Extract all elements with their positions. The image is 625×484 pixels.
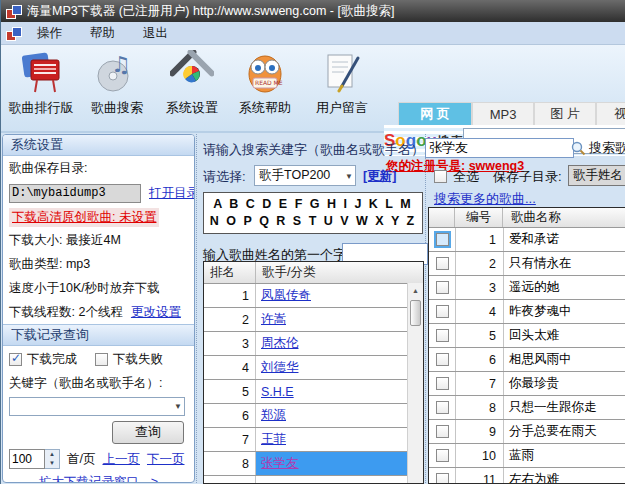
page-size-input[interactable] <box>9 449 45 469</box>
song-name[interactable]: 你最珍贵 <box>504 375 625 392</box>
open-dir-link[interactable]: 打开目录 <box>149 185 195 202</box>
song-checkbox[interactable] <box>436 401 449 414</box>
song-name[interactable]: 回头太难 <box>504 327 625 344</box>
artist-link[interactable]: 张学友 <box>261 455 299 472</box>
system-settings-icon <box>170 49 214 97</box>
artist-top-combo[interactable]: 歌手TOP200 ▼ <box>254 165 356 186</box>
toolbar-system-help[interactable]: READ ME 系统帮助 <box>229 49 301 129</box>
song-checkbox[interactable] <box>436 473 449 484</box>
artist-scrollbar[interactable]: ▲ <box>407 283 423 483</box>
song-name[interactable]: 昨夜梦魂中 <box>504 303 625 320</box>
song-checkbox[interactable] <box>436 233 449 246</box>
sogou-tab-web[interactable]: 网 页 <box>398 102 472 125</box>
song-name[interactable]: 只想一生跟你走 <box>504 399 625 416</box>
artist-link[interactable]: 许嵩 <box>261 312 286 326</box>
spin-down-icon[interactable]: ▼ <box>45 459 59 468</box>
next-page-link[interactable]: 下一页 <box>147 451 185 468</box>
toolbar-song-search[interactable]: ♫ 歌曲搜索 <box>81 49 153 129</box>
artist-link[interactable]: 周杰伦 <box>261 336 299 350</box>
artist-row: 4刘德华 <box>204 356 408 380</box>
song-name[interactable]: 左右为难 <box>504 471 625 484</box>
artist-row: 9Lady GaGa <box>204 476 408 484</box>
artist-link[interactable]: 王菲 <box>261 432 286 446</box>
toolbar-label: 歌曲排行版 <box>9 99 74 117</box>
song-row: 2只有情永在 <box>429 252 625 276</box>
artist-row: 7王菲 <box>204 428 408 452</box>
song-checkbox[interactable] <box>436 305 449 318</box>
song-check-header <box>429 208 455 227</box>
song-row: 5回头太难 <box>429 324 625 348</box>
artist-link[interactable]: 凤凰传奇 <box>261 288 311 302</box>
menu-help[interactable]: 帮助 <box>78 23 127 44</box>
subdir-combo[interactable]: 歌手姓名 <box>568 165 625 186</box>
artist-rank: 3 <box>204 332 256 355</box>
song-checkbox[interactable] <box>436 329 449 342</box>
letters-row-1[interactable]: A B C D E F G H I J K L M <box>204 196 422 213</box>
toolbar-song-ranking[interactable]: 歌曲排行版 <box>5 49 77 129</box>
song-name[interactable]: 分手总要在雨天 <box>504 423 625 440</box>
artist-rank: 1 <box>204 284 256 307</box>
artist-link[interactable]: Lady GaGa <box>261 481 325 484</box>
song-checkbox[interactable] <box>436 257 449 270</box>
download-failed-label: 下载失败 <box>113 351 163 368</box>
artist-link[interactable]: 郑源 <box>261 408 286 422</box>
sogou-tab-video[interactable]: 视频 <box>596 102 625 125</box>
title-bar[interactable]: 海量MP3下载器 (已注册用户) http://www.swweng.com -… <box>1 0 625 22</box>
artist-rank: 6 <box>204 404 256 427</box>
song-row: 1爱和承诺 <box>429 228 625 252</box>
more-songs-link[interactable]: 搜索更多的歌曲... <box>434 190 536 208</box>
settings-sidebar: 系统设置 歌曲保存目录: 打开目录 下载高清原创歌曲: 未设置 下载大小: 最接… <box>2 134 195 483</box>
toolbar-label: 系统帮助 <box>239 99 291 117</box>
sogou-tab-mp3[interactable]: MP3 <box>472 102 534 125</box>
song-checkbox[interactable] <box>436 377 449 390</box>
menu-exit[interactable]: 退出 <box>131 23 180 44</box>
page-size-stepper[interactable]: ▲▼ <box>9 449 60 469</box>
panel-splitter-left[interactable] <box>196 134 201 483</box>
song-checkbox[interactable] <box>436 425 449 438</box>
song-no: 7 <box>456 372 504 395</box>
toolbar-system-settings[interactable]: 系统设置 <box>156 49 228 129</box>
song-checkbox[interactable] <box>436 449 449 462</box>
menu-operate[interactable]: 操作 <box>25 23 74 44</box>
song-name[interactable]: 只有情永在 <box>504 255 625 272</box>
song-no: 4 <box>456 300 504 323</box>
scrollbar-thumb[interactable] <box>410 300 421 326</box>
song-no: 11 <box>456 468 504 484</box>
query-button[interactable]: 查询 <box>112 421 184 444</box>
artist-link[interactable]: S.H.E <box>261 385 294 399</box>
song-checkbox[interactable] <box>436 353 449 366</box>
song-name[interactable]: 爱和承诺 <box>504 231 625 248</box>
song-name[interactable]: 蓝雨 <box>504 447 625 464</box>
update-link[interactable]: [更新] <box>363 168 396 185</box>
song-checkbox[interactable] <box>436 281 449 294</box>
speed-limit-text: 速度小于10K/秒时放弃下载 <box>3 276 194 300</box>
select-all-checkbox[interactable] <box>434 170 447 183</box>
artist-link[interactable]: 刘德华 <box>261 360 299 374</box>
sogou-tab-image[interactable]: 图 片 <box>534 102 596 125</box>
download-complete-checkbox[interactable] <box>9 353 22 366</box>
artist-rank: 5 <box>204 380 256 403</box>
prev-page-link[interactable]: 上一页 <box>102 451 140 468</box>
search-keyword-input[interactable] <box>425 138 574 158</box>
toolbar-user-message[interactable]: 用户留言 <box>306 49 378 129</box>
chevron-down-icon: ▼ <box>174 402 182 411</box>
svg-text:♫: ♫ <box>111 52 131 77</box>
select-label: 请选择: <box>203 168 246 186</box>
expand-records-link[interactable]: 扩大下载记录窗口 --> <box>39 474 158 484</box>
scroll-up-icon[interactable]: ▲ <box>408 283 423 298</box>
letters-row-2[interactable]: N O P Q R S T U V W X Y Z <box>204 213 422 230</box>
artist-row: 6郑源 <box>204 404 408 428</box>
search-songs-button[interactable]: 搜索歌曲 <box>571 137 625 159</box>
song-row: 3遥远的她 <box>429 276 625 300</box>
menu-bar: 操作 帮助 退出 <box>1 22 625 45</box>
song-name[interactable]: 相思风雨中 <box>504 351 625 368</box>
record-keyword-combo[interactable]: ▼ <box>9 397 185 416</box>
spin-up-icon[interactable]: ▲ <box>45 450 59 459</box>
hd-download-link[interactable]: 下载高清原创歌曲: 未设置 <box>9 208 159 227</box>
save-dir-input[interactable] <box>9 184 141 203</box>
change-settings-link[interactable]: 更改设置 <box>131 304 181 321</box>
song-name[interactable]: 遥远的她 <box>504 279 625 296</box>
download-failed-checkbox[interactable] <box>95 353 108 366</box>
artist-rank: 2 <box>204 308 256 331</box>
subdir-combo-value: 歌手姓名 <box>573 167 623 184</box>
